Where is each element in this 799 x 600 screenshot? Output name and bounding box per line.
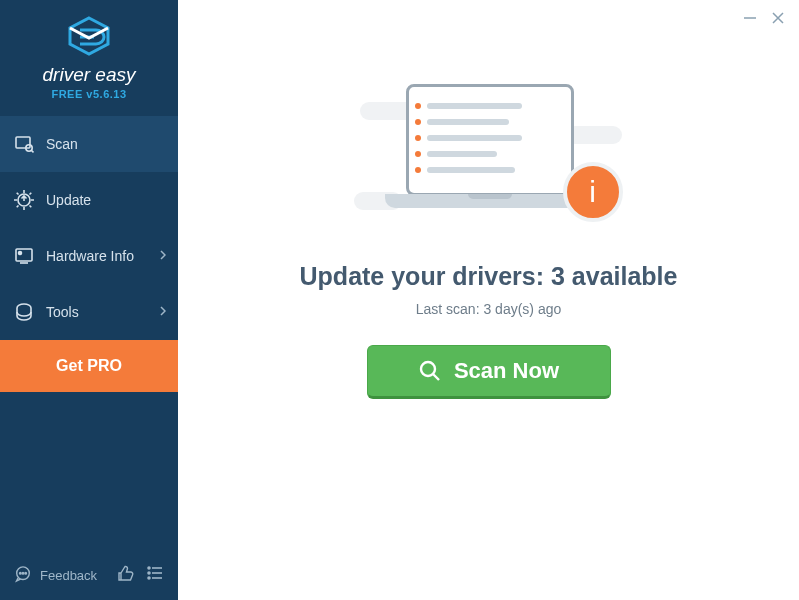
footer-right bbox=[116, 564, 164, 586]
hardware-icon bbox=[14, 246, 34, 266]
scan-now-button[interactable]: Scan Now bbox=[367, 345, 611, 399]
chevron-right-icon bbox=[160, 249, 166, 263]
feedback-icon bbox=[14, 565, 32, 586]
svg-point-11 bbox=[148, 577, 150, 579]
search-icon bbox=[418, 359, 442, 383]
sidebar-item-scan[interactable]: Scan bbox=[0, 116, 178, 172]
sidebar-item-tools[interactable]: Tools bbox=[0, 284, 178, 340]
get-pro-button[interactable]: Get PRO bbox=[0, 340, 178, 392]
sidebar-item-update[interactable]: Update bbox=[0, 172, 178, 228]
sidebar-footer: Feedback bbox=[0, 554, 178, 600]
feedback-label: Feedback bbox=[40, 568, 97, 583]
logo-block: driver easy FREE v5.6.13 bbox=[0, 0, 178, 110]
headline: Update your drivers: 3 available bbox=[300, 262, 678, 291]
sidebar-item-label: Scan bbox=[46, 136, 78, 152]
minimize-button[interactable] bbox=[743, 10, 757, 28]
nav: Scan Update bbox=[0, 116, 178, 392]
main-panel: i Update your drivers: 3 available Last … bbox=[178, 0, 799, 600]
svg-point-9 bbox=[148, 567, 150, 569]
info-badge-icon: i bbox=[563, 162, 623, 222]
svg-point-7 bbox=[22, 572, 24, 574]
thumbs-up-icon[interactable] bbox=[116, 564, 134, 586]
last-scan-text: Last scan: 3 day(s) ago bbox=[416, 301, 562, 317]
chevron-right-icon bbox=[160, 305, 166, 319]
scan-icon bbox=[14, 134, 34, 154]
tools-icon bbox=[14, 302, 34, 322]
list-icon[interactable] bbox=[146, 564, 164, 586]
sidebar-item-label: Tools bbox=[46, 304, 79, 320]
app-name: driver easy bbox=[0, 64, 178, 86]
sidebar-item-hardware-info[interactable]: Hardware Info bbox=[0, 228, 178, 284]
update-icon bbox=[14, 190, 34, 210]
content: i Update your drivers: 3 available Last … bbox=[178, 0, 799, 399]
scan-now-label: Scan Now bbox=[454, 358, 559, 384]
sidebar: driver easy FREE v5.6.13 Scan bbox=[0, 0, 178, 600]
svg-point-6 bbox=[20, 572, 22, 574]
svg-point-10 bbox=[148, 572, 150, 574]
sidebar-item-label: Hardware Info bbox=[46, 248, 134, 264]
app-version: FREE v5.6.13 bbox=[0, 88, 178, 100]
feedback-button[interactable]: Feedback bbox=[14, 565, 97, 586]
app-window: driver easy FREE v5.6.13 Scan bbox=[0, 0, 799, 600]
sidebar-item-label: Update bbox=[46, 192, 91, 208]
logo-icon bbox=[0, 16, 178, 60]
scan-illustration: i bbox=[354, 72, 624, 242]
window-controls bbox=[743, 10, 785, 28]
svg-point-4 bbox=[19, 252, 22, 255]
svg-point-8 bbox=[25, 572, 27, 574]
close-button[interactable] bbox=[771, 10, 785, 28]
get-pro-label: Get PRO bbox=[56, 357, 122, 375]
svg-point-12 bbox=[421, 362, 435, 376]
svg-rect-3 bbox=[16, 249, 32, 261]
svg-rect-0 bbox=[16, 137, 30, 148]
